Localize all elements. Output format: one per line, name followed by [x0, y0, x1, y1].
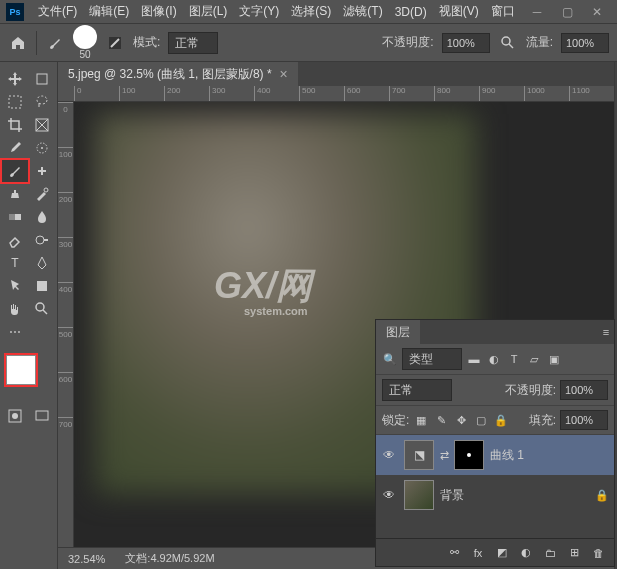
- brush-tool[interactable]: [2, 160, 28, 182]
- menu-filter[interactable]: 滤镜(T): [337, 3, 388, 20]
- group-icon[interactable]: 🗀: [542, 545, 558, 561]
- filter-smart-icon[interactable]: ▣: [546, 351, 562, 367]
- menu-edit[interactable]: 编辑(E): [83, 3, 135, 20]
- layer-item-curves[interactable]: 👁 ⬔ ⇄ 曲线 1: [376, 435, 614, 475]
- menu-layer[interactable]: 图层(L): [183, 3, 234, 20]
- lock-all-icon[interactable]: 🔒: [493, 412, 509, 428]
- menu-3d[interactable]: 3D(D): [389, 5, 433, 19]
- mask-thumb[interactable]: [454, 440, 484, 470]
- lasso-tool[interactable]: [29, 91, 55, 113]
- home-icon[interactable]: [8, 33, 28, 53]
- options-bar: 50 模式: 正常 不透明度: 100% 流量: 100%: [0, 24, 617, 62]
- brush-tool-icon[interactable]: [45, 33, 65, 53]
- brush-preview[interactable]: 50: [73, 25, 97, 60]
- hand-tool[interactable]: [2, 298, 28, 320]
- eraser-tool[interactable]: [2, 229, 28, 251]
- filter-pixel-icon[interactable]: ▬: [466, 351, 482, 367]
- separator: [36, 31, 37, 55]
- svg-rect-14: [37, 281, 47, 291]
- layers-panel-footer: ⚯ fx ◩ ◐ 🗀 ⊞ 🗑: [376, 538, 614, 566]
- menu-bar: Ps 文件(F) 编辑(E) 图像(I) 图层(L) 文字(Y) 选择(S) 滤…: [0, 0, 617, 24]
- lock-transparent-icon[interactable]: ▦: [413, 412, 429, 428]
- svg-point-4: [37, 96, 47, 104]
- menu-view[interactable]: 视图(V): [433, 3, 485, 20]
- menu-type[interactable]: 文字(Y): [233, 3, 285, 20]
- delete-layer-icon[interactable]: 🗑: [590, 545, 606, 561]
- layer-mask-icon[interactable]: ◩: [494, 545, 510, 561]
- brush-settings-icon[interactable]: [105, 33, 125, 53]
- svg-rect-18: [36, 411, 48, 420]
- layers-tab[interactable]: 图层: [376, 320, 420, 344]
- shape-tool[interactable]: [29, 275, 55, 297]
- filter-adjust-icon[interactable]: ◐: [486, 351, 502, 367]
- layer-opacity-label: 不透明度:: [505, 382, 556, 399]
- tab-close-icon[interactable]: ×: [280, 66, 288, 82]
- adjustment-thumb[interactable]: ⬔: [404, 440, 434, 470]
- menu-file[interactable]: 文件(F): [32, 3, 83, 20]
- vertical-ruler: 0100200300400500600700: [58, 102, 74, 547]
- filter-shape-icon[interactable]: ▱: [526, 351, 542, 367]
- frame-tool[interactable]: [29, 114, 55, 136]
- link-layers-icon[interactable]: ⚯: [446, 545, 462, 561]
- menu-image[interactable]: 图像(I): [135, 3, 182, 20]
- svg-point-7: [41, 147, 43, 149]
- adjustment-layer-icon[interactable]: ◐: [518, 545, 534, 561]
- document-tab[interactable]: 5.jpeg @ 32.5% (曲线 1, 图层蒙版/8) * ×: [58, 62, 298, 86]
- layer-opacity-input[interactable]: 100%: [560, 380, 608, 400]
- layer-blend-mode[interactable]: 正常: [382, 379, 452, 401]
- panel-menu-icon[interactable]: ≡: [598, 324, 614, 340]
- visibility-icon[interactable]: 👁: [380, 488, 398, 502]
- visibility-icon[interactable]: 👁: [380, 448, 398, 462]
- search-icon[interactable]: [498, 33, 518, 53]
- color-swatches[interactable]: [0, 353, 57, 403]
- link-icon[interactable]: ⇄: [436, 447, 452, 463]
- lock-icon: 🔒: [594, 487, 610, 503]
- layer-name[interactable]: 背景: [440, 487, 464, 504]
- layer-fx-icon[interactable]: fx: [470, 545, 486, 561]
- layer-fill-input[interactable]: 100%: [560, 410, 608, 430]
- lock-pixel-icon[interactable]: ✎: [433, 412, 449, 428]
- marquee-tool[interactable]: [2, 91, 28, 113]
- foreground-color[interactable]: [6, 355, 36, 385]
- dodge-tool[interactable]: [29, 229, 55, 251]
- minimize-button[interactable]: ─: [523, 3, 551, 21]
- new-layer-icon[interactable]: ⊞: [566, 545, 582, 561]
- svg-point-10: [44, 188, 48, 192]
- pen-tool[interactable]: [29, 252, 55, 274]
- lock-artboard-icon[interactable]: ▢: [473, 412, 489, 428]
- flow-input[interactable]: 100%: [561, 33, 609, 53]
- healing-tool[interactable]: [29, 160, 55, 182]
- layer-thumb[interactable]: [404, 480, 434, 510]
- zoom-level[interactable]: 32.54%: [68, 553, 105, 565]
- edit-toolbar[interactable]: ⋯: [2, 321, 28, 343]
- lock-label: 锁定:: [382, 412, 409, 429]
- filter-kind-select[interactable]: 类型: [402, 348, 462, 370]
- filter-type-icon[interactable]: T: [506, 351, 522, 367]
- opacity-input[interactable]: 100%: [442, 33, 490, 53]
- gradient-tool[interactable]: [2, 206, 28, 228]
- lock-position-icon[interactable]: ✥: [453, 412, 469, 428]
- screen-mode-tool[interactable]: [29, 405, 55, 427]
- history-brush-tool[interactable]: [29, 183, 55, 205]
- blend-mode-select[interactable]: 正常: [168, 32, 218, 54]
- layer-name[interactable]: 曲线 1: [490, 447, 524, 464]
- clone-stamp-tool[interactable]: [2, 183, 28, 205]
- quick-mask-tool[interactable]: [2, 405, 28, 427]
- layers-panel: 图层 ≡ 🔍 类型 ▬ ◐ T ▱ ▣ 正常 不透明度: 100% 锁定: ▦ …: [375, 319, 615, 567]
- maximize-button[interactable]: ▢: [553, 3, 581, 21]
- layer-item-background[interactable]: 👁 背景 🔒: [376, 475, 614, 515]
- artboard-tool[interactable]: [29, 68, 55, 90]
- path-select-tool[interactable]: [2, 275, 28, 297]
- magic-wand-tool[interactable]: [29, 137, 55, 159]
- eyedropper-tool[interactable]: [2, 137, 28, 159]
- menu-window[interactable]: 窗口: [485, 3, 521, 20]
- close-button[interactable]: ✕: [583, 3, 611, 21]
- zoom-tool[interactable]: [29, 298, 55, 320]
- blur-tool[interactable]: [29, 206, 55, 228]
- menu-select[interactable]: 选择(S): [285, 3, 337, 20]
- mode-label: 模式:: [133, 34, 160, 51]
- crop-tool[interactable]: [2, 114, 28, 136]
- move-tool[interactable]: [2, 68, 28, 90]
- filter-search-icon[interactable]: 🔍: [382, 351, 398, 367]
- type-tool[interactable]: T: [2, 252, 28, 274]
